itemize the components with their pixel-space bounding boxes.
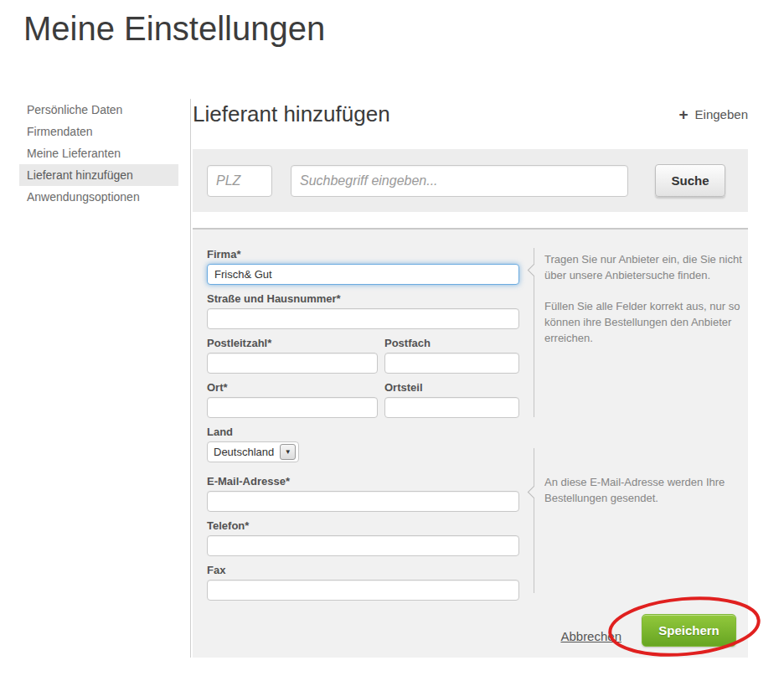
sidebar-item-firmendaten[interactable]: Firmendaten xyxy=(19,121,178,142)
main-panel: Lieferant hinzufügen + Eingeben Suche Tr… xyxy=(193,99,748,658)
land-select[interactable]: Deutschland ▼ xyxy=(207,441,299,462)
content-area: Persönliche Daten Firmendaten Meine Lief… xyxy=(23,99,748,658)
search-term-input[interactable] xyxy=(291,165,628,197)
sidebar-item-anwendungsoptionen[interactable]: Anwendungsoptionen xyxy=(19,186,178,208)
section-heading: Lieferant hinzufügen xyxy=(193,101,390,127)
ortsteil-label: Ortsteil xyxy=(384,381,519,394)
firma-input[interactable] xyxy=(207,264,519,285)
eingeben-link[interactable]: + Eingeben xyxy=(678,106,748,122)
fax-label: Fax xyxy=(207,564,519,576)
ortsteil-input[interactable] xyxy=(384,397,519,418)
sidebar-item-meine-lieferanten[interactable]: Meine Lieferanten xyxy=(19,142,178,164)
ort-input[interactable] xyxy=(207,397,378,418)
suche-button[interactable]: Suche xyxy=(655,164,725,197)
strasse-label: Straße und Hausnummer* xyxy=(207,292,519,305)
hint-felder: Füllen Sie alle Felder korrekt aus, nur … xyxy=(544,298,744,346)
strasse-input[interactable] xyxy=(207,308,519,329)
add-supplier-form: Tragen Sie nur Anbieter ein, die Sie nic… xyxy=(193,228,748,658)
postfach-label: Postfach xyxy=(384,337,519,349)
postleitzahl-label: Postleitzahl* xyxy=(207,337,378,349)
land-label: Land xyxy=(207,426,519,438)
eingeben-link-label: Eingeben xyxy=(695,107,748,121)
email-label: E-Mail-Adresse* xyxy=(207,475,519,488)
abbrechen-link[interactable]: Abbrechen xyxy=(560,629,622,643)
plus-icon: + xyxy=(678,106,688,122)
form-hint-divider-bottom xyxy=(534,448,534,593)
hint-anbieter: Tragen Sie nur Anbieter ein, die Sie nic… xyxy=(544,251,744,283)
fax-input[interactable] xyxy=(207,580,519,601)
settings-sidebar: Persönliche Daten Firmendaten Meine Lief… xyxy=(23,99,191,658)
sidebar-item-persoenliche-daten[interactable]: Persönliche Daten xyxy=(19,99,178,121)
chevron-down-icon: ▼ xyxy=(280,444,296,460)
plz-input[interactable] xyxy=(207,165,272,197)
callout-notch-firma xyxy=(528,264,541,277)
email-input[interactable] xyxy=(207,491,519,512)
sidebar-item-lieferant-hinzufuegen[interactable]: Lieferant hinzufügen xyxy=(19,164,178,186)
telefon-input[interactable] xyxy=(207,535,519,556)
callout-notch-email xyxy=(528,486,541,499)
form-footer: Abbrechen Speichern xyxy=(207,614,748,647)
firma-label: Firma* xyxy=(207,248,519,261)
speichern-button[interactable]: Speichern xyxy=(642,614,736,647)
main-header: Lieferant hinzufügen + Eingeben xyxy=(193,99,748,129)
telefon-label: Telefon* xyxy=(207,519,519,532)
ort-label: Ort* xyxy=(207,381,378,394)
postfach-input[interactable] xyxy=(384,353,519,374)
page-title: Meine Einstellungen xyxy=(23,10,325,48)
land-select-value: Deutschland xyxy=(214,446,274,458)
postleitzahl-input[interactable] xyxy=(207,353,378,374)
hint-email: An diese E-Mail-Adresse werden Ihre Best… xyxy=(544,474,744,506)
supplier-search-bar: Suche xyxy=(193,149,748,212)
